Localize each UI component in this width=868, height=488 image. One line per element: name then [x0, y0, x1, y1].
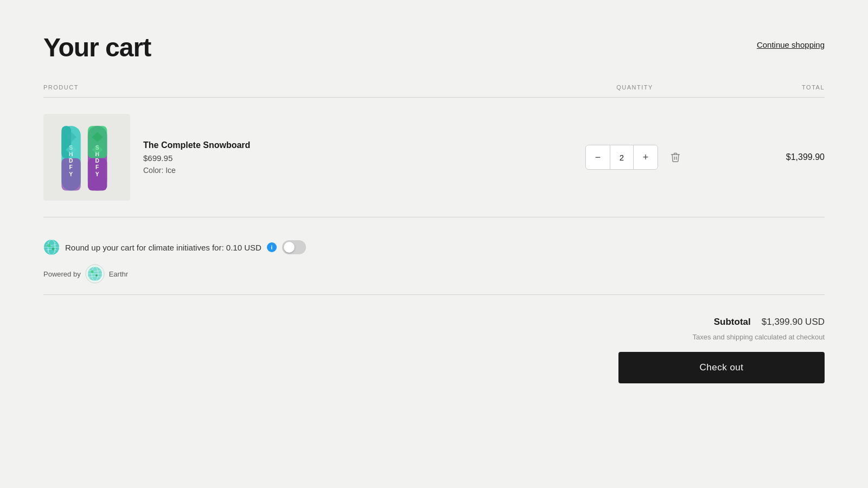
product-info: S H D F Y S H D F	[43, 114, 553, 201]
decrease-quantity-button[interactable]: −	[586, 145, 610, 169]
item-total: $1,399.90	[716, 152, 825, 162]
svg-point-29	[91, 271, 93, 273]
summary-section: Subtotal $1,399.90 USD Taxes and shippin…	[43, 317, 825, 383]
earthr-brand-name: Earthr	[109, 270, 128, 278]
quantity-control: − 2 +	[585, 145, 658, 170]
svg-point-23	[47, 244, 50, 247]
tax-note: Taxes and shipping calculated at checkou…	[692, 333, 825, 341]
product-price: $699.95	[143, 153, 250, 163]
table-header: PRODUCT QUANTITY TOTAL	[43, 84, 825, 98]
header-product: PRODUCT	[43, 84, 553, 91]
cart-item-row: S H D F Y S H D F	[43, 98, 825, 217]
svg-text:D: D	[95, 158, 99, 164]
quantity-section: − 2 +	[553, 145, 716, 170]
svg-point-30	[95, 274, 98, 277]
page-header: Your cart Continue shopping	[43, 33, 825, 62]
climate-message: Round up your cart for climate initiativ…	[65, 243, 261, 252]
header-quantity: QUANTITY	[553, 84, 716, 91]
subtotal-label: Subtotal	[714, 317, 751, 328]
climate-info-button[interactable]: i	[267, 242, 277, 252]
header-total: TOTAL	[716, 84, 825, 91]
svg-text:D: D	[69, 158, 73, 164]
powered-by-row: Powered by Earthr	[43, 264, 825, 284]
product-color: Color: Ice	[143, 166, 250, 175]
svg-text:Y: Y	[95, 171, 100, 177]
toggle-knob	[284, 242, 295, 253]
climate-section: Round up your cart for climate initiativ…	[43, 217, 825, 295]
product-name: The Complete Snowboard	[143, 140, 250, 150]
subtotal-row: Subtotal $1,399.90 USD	[714, 317, 825, 328]
product-image: S H D F Y S H D F	[43, 114, 130, 201]
earthr-logo-icon	[85, 264, 105, 284]
svg-text:Y: Y	[69, 171, 73, 177]
delete-item-button[interactable]	[667, 149, 684, 166]
svg-text:F: F	[69, 164, 73, 170]
checkout-button[interactable]: Check out	[618, 352, 825, 383]
snowboard-image-svg: S H D F Y S H D F	[54, 119, 119, 195]
climate-toggle[interactable]	[282, 240, 306, 254]
trash-icon	[670, 152, 681, 163]
increase-quantity-button[interactable]: +	[634, 145, 658, 169]
product-details: The Complete Snowboard $699.95 Color: Ic…	[143, 140, 250, 175]
svg-text:F: F	[95, 164, 99, 170]
continue-shopping-link[interactable]: Continue shopping	[757, 40, 825, 49]
subtotal-value: $1,399.90 USD	[762, 317, 825, 328]
powered-by-label: Powered by	[43, 270, 81, 278]
page-title: Your cart	[43, 33, 151, 62]
climate-row: Round up your cart for climate initiativ…	[43, 239, 825, 255]
svg-point-24	[52, 248, 55, 251]
globe-icon	[43, 239, 60, 255]
quantity-value: 2	[610, 145, 634, 169]
